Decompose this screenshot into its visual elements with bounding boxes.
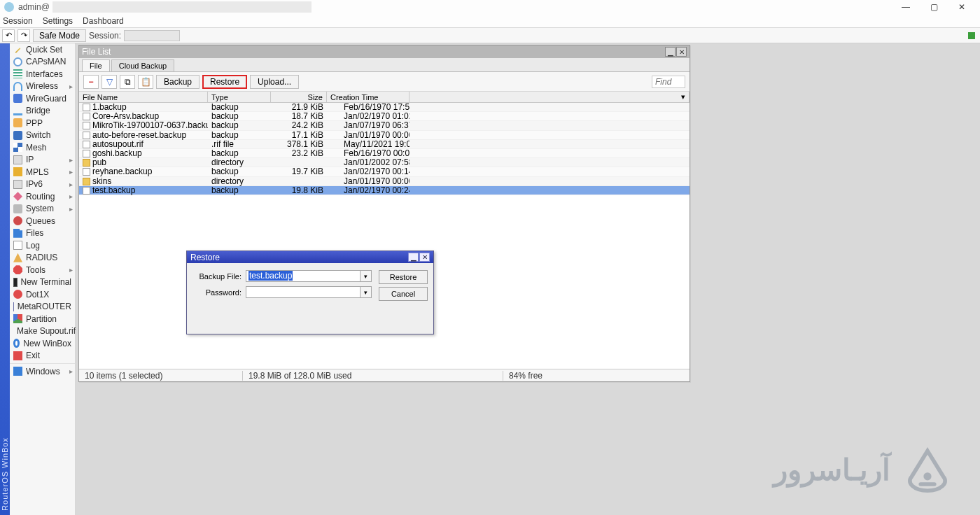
sidebar-item-capsman[interactable]: CAPsMAN xyxy=(10,56,75,69)
undo-button[interactable]: ↶ xyxy=(2,29,15,42)
backup-button[interactable]: Backup xyxy=(156,75,200,89)
paste-button[interactable]: 📋 xyxy=(138,75,153,89)
file-list-titlebar[interactable]: File List ▁ ✕ xyxy=(79,45,690,58)
windows-icon xyxy=(13,367,22,376)
restore-button[interactable]: Restore xyxy=(202,75,247,89)
table-row[interactable]: MikroTik-19700107-0637.backupbackup24.2 … xyxy=(79,121,690,130)
sidebar-item-label: Wireless xyxy=(26,81,58,91)
sidebar-item-new-winbox[interactable]: New WinBox xyxy=(10,337,75,350)
sidebar-item-radius[interactable]: RADIUS xyxy=(10,252,75,264)
sidebar-item-files[interactable]: Files xyxy=(10,227,75,240)
col-size[interactable]: Size xyxy=(271,92,327,102)
wand-icon xyxy=(13,45,22,54)
remove-button[interactable]: − xyxy=(83,75,99,89)
dialog-close-button[interactable]: ✕ xyxy=(419,253,430,262)
copy-button[interactable]: ⧉ xyxy=(120,75,135,89)
sidebar-item-wireless[interactable]: Wireless▸ xyxy=(10,80,75,93)
table-row[interactable]: Core-Arsv.backupbackup18.7 KiBJan/02/197… xyxy=(79,112,690,121)
table-row[interactable]: skinsdirectoryJan/01/1970 00:00:02 xyxy=(79,177,690,186)
status-items: 10 items (1 selected) xyxy=(79,371,243,381)
content-area: File List ▁ ✕ File Cloud Backup − ▽ ⧉ 📋 … xyxy=(76,43,980,515)
col-file-name[interactable]: File Name xyxy=(79,92,208,102)
restore-dialog-titlebar[interactable]: Restore ▁ ✕ xyxy=(187,251,433,263)
sidebar-item-tools[interactable]: Tools▸ xyxy=(10,264,75,276)
menu-dashboard[interactable]: Dashboard xyxy=(83,16,124,26)
folder-icon xyxy=(83,159,90,167)
sidebar-item-partition[interactable]: Partition xyxy=(10,313,75,325)
backup-file-dropdown[interactable]: ▾ xyxy=(360,270,372,282)
sidebar-item-metarouter[interactable]: MetaROUTER xyxy=(10,301,75,313)
dialog-minimize-button[interactable]: ▁ xyxy=(408,253,419,262)
sidebar-item-ip[interactable]: IP▸ xyxy=(10,154,75,167)
table-row[interactable]: reyhane.backupbackup19.7 KiBJan/02/1970 … xyxy=(79,167,690,176)
sidebar-item-label: Bridge xyxy=(26,106,50,115)
menu-session[interactable]: Session xyxy=(3,16,33,26)
col-creation-time[interactable]: Creation Time xyxy=(327,92,410,102)
sidebar-item-bridge[interactable]: Bridge xyxy=(10,105,75,118)
restore-confirm-button[interactable]: Restore xyxy=(379,270,428,284)
sidebar-item-label: WireGuard xyxy=(26,94,66,104)
safe-mode-button[interactable]: Safe Mode xyxy=(33,29,86,42)
upload-button[interactable]: Upload... xyxy=(250,75,299,89)
col-type[interactable]: Type xyxy=(208,92,271,102)
table-row[interactable]: auto-before-reset.backupbackup17.1 KiBJa… xyxy=(79,131,690,140)
switch-icon xyxy=(13,131,22,140)
sidebar-item-interfaces[interactable]: Interfaces xyxy=(10,68,75,80)
sidebar-item-log[interactable]: Log xyxy=(10,239,75,252)
backup-file-input[interactable]: test.backup xyxy=(246,270,360,282)
sidebar-item-ipv6[interactable]: IPv6▸ xyxy=(10,178,75,191)
cancel-button[interactable]: Cancel xyxy=(379,287,428,301)
tab-file[interactable]: File xyxy=(82,59,110,71)
chevron-right-icon: ▸ xyxy=(69,266,73,274)
col-menu[interactable]: ▾ xyxy=(410,92,690,102)
file-icon xyxy=(83,141,90,148)
table-row[interactable]: 1.backupbackup21.9 KiBFeb/16/1970 17:54:… xyxy=(79,103,690,112)
minimize-button[interactable]: — xyxy=(892,0,920,14)
newwb-icon xyxy=(13,339,20,348)
sidebar-item-queues[interactable]: Queues xyxy=(10,215,75,227)
mdi-close-button[interactable]: ✕ xyxy=(676,47,687,57)
file-icon xyxy=(83,132,90,139)
menubar: Session Settings Dashboard xyxy=(0,14,980,28)
sidebar-item-label: Files xyxy=(26,228,43,238)
chevron-right-icon: ▸ xyxy=(69,181,73,188)
sidebar-item-mesh[interactable]: Mesh xyxy=(10,141,75,154)
folder-icon xyxy=(83,178,90,185)
table-row[interactable]: autosupout.rif.rif file378.1 KiBMay/11/2… xyxy=(79,140,690,149)
password-input[interactable] xyxy=(246,286,360,298)
table-row[interactable]: pubdirectoryJan/01/2002 07:58:56 xyxy=(79,158,690,167)
sidebar-item-exit[interactable]: Exit xyxy=(10,350,75,362)
dot1x-icon xyxy=(13,290,22,299)
sidebar-item-switch[interactable]: Switch xyxy=(10,129,75,142)
rail-text: RouterOS WinBox xyxy=(1,437,9,511)
table-row[interactable]: goshi.backupbackup23.2 KiBFeb/16/1970 00… xyxy=(79,149,690,158)
sidebar-item-system[interactable]: System▸ xyxy=(10,203,75,216)
close-button[interactable]: ✕ xyxy=(948,0,976,14)
sidebar-item-windows[interactable]: Windows▸ xyxy=(10,365,75,378)
redo-button[interactable]: ↷ xyxy=(18,29,30,42)
sidebar-item-quick-set[interactable]: Quick Set xyxy=(10,43,75,56)
table-row[interactable]: test.backupbackup19.8 KiBJan/02/1970 00:… xyxy=(79,186,690,195)
sidebar-item-dot1x[interactable]: Dot1X xyxy=(10,288,75,301)
if-icon xyxy=(13,69,22,78)
menu-settings[interactable]: Settings xyxy=(43,16,73,26)
sidebar-item-ppp[interactable]: PPP xyxy=(10,117,75,129)
sidebar-item-make-supout-rif[interactable]: Make Supout.rif xyxy=(10,325,75,338)
watermark: آریـاسرور xyxy=(774,445,952,494)
find-input[interactable] xyxy=(652,76,685,88)
mdi-minimize-button[interactable]: ▁ xyxy=(665,47,676,57)
session-field[interactable] xyxy=(124,30,180,41)
tab-cloud-backup[interactable]: Cloud Backup xyxy=(111,59,175,71)
filter-button[interactable]: ▽ xyxy=(102,75,117,89)
sys-icon xyxy=(13,204,22,213)
tools-icon xyxy=(13,265,22,274)
sidebar-item-label: Windows xyxy=(26,367,60,376)
sidebar-item-new-terminal[interactable]: New Terminal xyxy=(10,276,75,289)
sidebar-item-mpls[interactable]: MPLS▸ xyxy=(10,166,75,178)
bridge-icon xyxy=(13,106,22,115)
password-dropdown[interactable]: ▾ xyxy=(360,286,372,298)
maximize-button[interactable]: ▢ xyxy=(920,0,948,14)
file-list-tabs: File Cloud Backup xyxy=(79,58,690,72)
sidebar-item-routing[interactable]: Routing▸ xyxy=(10,190,75,203)
sidebar-item-wireguard[interactable]: WireGuard xyxy=(10,92,75,105)
